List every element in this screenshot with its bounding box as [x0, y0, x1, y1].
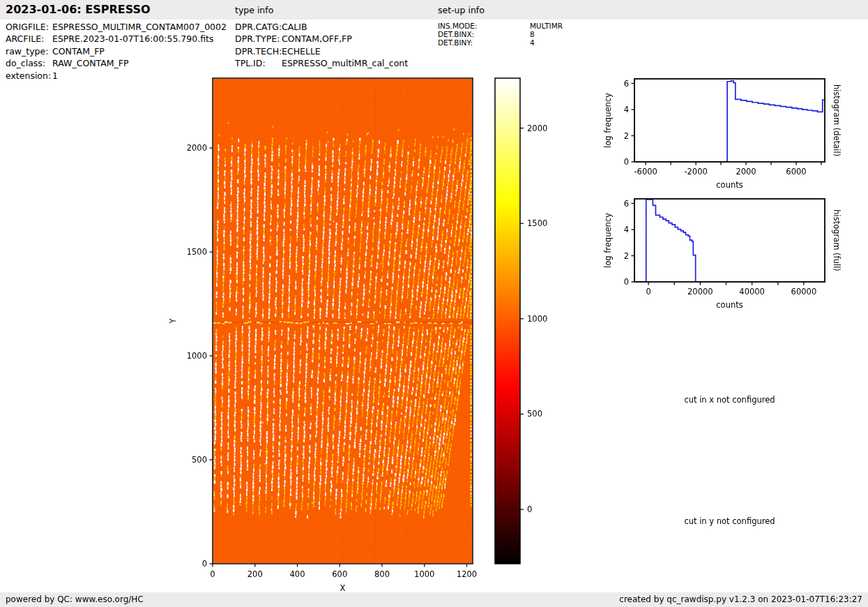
- cut-y-message: cut in y not configured: [634, 516, 825, 526]
- y-tick-label: 1000: [187, 351, 207, 361]
- colorbar-tick-label: 0: [527, 504, 532, 514]
- type-info-row: TPL.ID:ESPRESSO_multiMR_cal_cont: [235, 57, 408, 69]
- y-axis-label: log frequency: [603, 213, 613, 268]
- footer-bar: powered by QC: www.eso.org/HC created by…: [0, 592, 868, 607]
- file-info-block: ORIGFILE:ESPRESSO_MULTIMR_CONTAM007_0002…: [6, 21, 227, 82]
- field-label: ARCFILE:: [6, 33, 52, 45]
- field-label: DET.BINX:: [438, 31, 530, 39]
- y-axis-label: Y: [168, 318, 178, 324]
- x-axis-label: counts: [716, 300, 743, 310]
- y-tick-label: 0: [202, 559, 207, 569]
- field-label: ORIGFILE:: [6, 21, 52, 33]
- x-tick-label: 0: [646, 287, 650, 297]
- x-tick-label: 1000: [414, 569, 434, 579]
- x-tick-label: 200: [248, 569, 263, 579]
- y-tick-label: 4: [624, 225, 629, 234]
- cut-x-message: cut in x not configured: [634, 395, 825, 405]
- y-tick-label: 2: [624, 131, 629, 141]
- file-info-row: raw_type:CONTAM_FP: [6, 45, 227, 57]
- field-label: DPR.CATG:: [235, 21, 282, 33]
- y-tick-label: 0: [624, 157, 629, 167]
- y-tick-label: 4: [624, 105, 629, 114]
- file-info-row: ARCFILE:ESPRE.2023-01-07T16:00:55.790.fi…: [6, 33, 227, 45]
- setup-info-row: DET.BINY:4: [438, 39, 563, 47]
- x-tick-label: 1200: [457, 569, 477, 579]
- file-info-row: extension:1: [6, 70, 227, 82]
- qc-rawdisp-page: 2023-01-06: ESPRESSO type info set-up in…: [0, 0, 868, 607]
- colorbar-tick-label: 500: [527, 409, 542, 419]
- x-tick-label: 400: [290, 569, 305, 579]
- histogram-side-label: histogram (full): [832, 209, 842, 271]
- field-value: ECHELLE: [282, 45, 321, 57]
- y-tick-label: 1500: [187, 247, 207, 257]
- type-info-row: DPR.CATG:CALIB: [235, 21, 408, 33]
- type-info-row: DPR.TYPE:CONTAM,OFF,FP: [235, 33, 408, 45]
- x-tick-label: 0: [210, 569, 215, 579]
- field-value: RAW_CONTAM_FP: [52, 57, 129, 69]
- field-label: DET.BINY:: [438, 39, 530, 47]
- setup-info-heading: set-up info: [438, 0, 485, 20]
- type-info-heading: type info: [235, 0, 273, 20]
- field-value: ESPRESSO_MULTIMR_CONTAM007_0002: [52, 21, 227, 33]
- field-label: DPR.TYPE:: [235, 33, 282, 45]
- y-tick-label: 2: [624, 251, 629, 261]
- field-label: extension:: [6, 70, 52, 82]
- field-label: do_class:: [6, 57, 52, 69]
- histogram-side-label: histogram (detail): [832, 84, 842, 156]
- histogram-frame: [634, 79, 825, 162]
- x-tick-label: 2000: [736, 167, 756, 177]
- x-tick-label: 60000: [791, 287, 817, 297]
- setup-info-block: INS.MODE:MULTIMR DET.BINX:8 DET.BINY:4: [438, 22, 563, 47]
- field-value: ESPRE.2023-01-07T16:00:55.790.fits: [52, 33, 213, 45]
- y-tick-label: 6: [624, 199, 629, 209]
- field-value: 8: [530, 31, 535, 39]
- y-tick-label: 0: [624, 277, 629, 287]
- histogram-frame: [634, 199, 825, 282]
- y-axis-label: log frequency: [603, 93, 613, 148]
- y-tick-label: 6: [624, 79, 629, 89]
- x-tick-label: 600: [332, 569, 347, 579]
- y-tick-label: 500: [192, 455, 207, 465]
- type-info-row: DPR.TECH:ECHELLE: [235, 45, 408, 57]
- colorbar-gradient: [495, 78, 520, 564]
- y-tick-label: 2000: [187, 143, 207, 153]
- histogram-curve: [634, 200, 825, 282]
- x-tick-label: 6000: [786, 167, 806, 177]
- page-title: 2023-01-06: ESPRESSO: [6, 0, 151, 20]
- footer-right-text: created by qc_rawdisp.py v1.2.3 on 2023-…: [619, 592, 862, 607]
- field-value: MULTIMR: [530, 22, 563, 31]
- x-axis-label: X: [340, 583, 346, 593]
- field-label: raw_type:: [6, 45, 52, 57]
- colorbar-tick-label: 1000: [527, 314, 547, 324]
- file-info-row: do_class:RAW_CONTAM_FP: [6, 57, 227, 69]
- raw-image-canvas: [213, 79, 472, 563]
- histogram-curve: [634, 81, 825, 162]
- colorbar-tick-label: 1500: [527, 218, 547, 228]
- file-info-row: ORIGFILE:ESPRESSO_MULTIMR_CONTAM007_0002: [6, 21, 227, 33]
- field-value: CONTAM,OFF,FP: [282, 33, 352, 45]
- x-tick-label: -6000: [634, 167, 657, 177]
- colorbar-tick-label: 2000: [527, 123, 547, 133]
- x-axis-label: counts: [716, 180, 743, 190]
- field-label: TPL.ID:: [235, 57, 282, 69]
- x-tick-label: 800: [374, 569, 390, 579]
- footer-left-text: powered by QC: www.eso.org/HC: [6, 592, 144, 607]
- setup-info-row: DET.BINX:8: [438, 31, 563, 39]
- x-tick-label: -2000: [684, 167, 707, 177]
- x-tick-label: 20000: [687, 287, 713, 297]
- field-value: ESPRESSO_multiMR_cal_cont: [282, 57, 408, 69]
- field-value: 1: [52, 70, 58, 82]
- field-value: CONTAM_FP: [52, 45, 105, 57]
- type-info-block: DPR.CATG:CALIB DPR.TYPE:CONTAM,OFF,FP DP…: [235, 21, 408, 70]
- header-bar: 2023-01-06: ESPRESSO type info set-up in…: [0, 0, 868, 20]
- field-value: CALIB: [282, 21, 307, 33]
- field-label: DPR.TECH:: [235, 45, 282, 57]
- field-value: 4: [530, 39, 535, 47]
- x-tick-label: 40000: [739, 287, 765, 297]
